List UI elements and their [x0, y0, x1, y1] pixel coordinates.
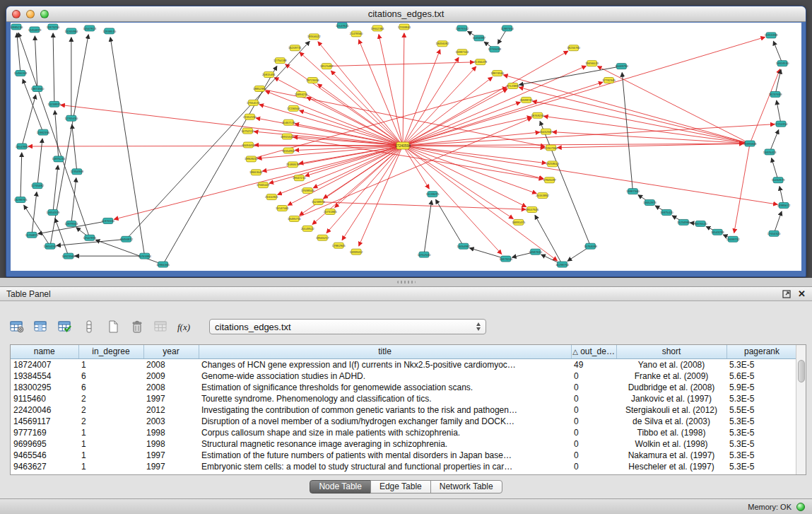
graph-node[interactable]: 12456879 [28, 27, 42, 33]
graph-node[interactable]: 18234760 [567, 45, 580, 51]
graph-node[interactable]: 16987324 [456, 49, 469, 55]
graph-node[interactable]: 19908413 [245, 156, 258, 162]
column-header-name[interactable]: name [11, 345, 78, 358]
table-row[interactable]: 1456911722003Disruption of a novel membe… [11, 416, 797, 427]
graph-node[interactable]: 12879563 [65, 221, 78, 226]
column-header-out_degree[interactable]: △ out_de… [571, 345, 616, 358]
graph-node[interactable]: 17782345 [602, 78, 616, 83]
graph-node[interactable]: 14237659 [769, 91, 782, 97]
graph-node[interactable]: 20731865 [324, 209, 337, 214]
graph-node[interactable]: 11982356 [37, 129, 50, 135]
graph-node[interactable]: 16824530 [776, 61, 789, 66]
graph-node[interactable]: 17065427 [257, 182, 270, 188]
function-builder-icon[interactable]: f(x) [175, 317, 195, 336]
graph-node[interactable]: 11456208 [14, 71, 28, 76]
window-titlebar[interactable]: citations_edges.txt [6, 6, 806, 22]
graph-node[interactable]: 11987654 [501, 25, 514, 31]
graph-node[interactable]: 15995848 [743, 141, 757, 146]
graph-node[interactable]: 15873246 [499, 256, 512, 262]
graph-node[interactable]: 11876530 [102, 218, 115, 223]
column-header-in_degree[interactable]: in_degree [78, 345, 143, 358]
graph-node[interactable]: 12765098 [488, 47, 501, 52]
new-column-icon[interactable] [103, 317, 123, 336]
graph-node[interactable]: 16432879 [772, 177, 785, 183]
graph-node[interactable]: 15876423 [763, 149, 777, 155]
graph-node[interactable]: 11765482 [31, 183, 45, 189]
graph-node[interactable]: 11873250 [47, 24, 60, 30]
graph-node[interactable]: 17882905 [332, 243, 346, 248]
graph-node[interactable]: 10654329 [47, 209, 60, 215]
graph-node[interactable]: 16875420 [660, 209, 673, 215]
graph-node[interactable]: 12938570 [102, 28, 116, 34]
column-header-year[interactable]: year [143, 345, 199, 358]
graph-node[interactable]: 21610921 [265, 194, 278, 200]
graph-node[interactable]: 10547823 [83, 25, 97, 31]
tab-edge-table[interactable]: Edge Table [370, 480, 431, 493]
import-table-icon[interactable] [151, 317, 171, 336]
graph-node[interactable]: 20163852 [536, 193, 549, 199]
graph-node[interactable]: 15147441 [276, 206, 289, 211]
graph-node[interactable]: 19723056 [306, 78, 319, 83]
close-panel-button[interactable]: ✕ [798, 290, 806, 298]
network-canvas[interactable]: 1724059418304022162097311275418820815491… [11, 23, 801, 271]
table-row[interactable]: 911546021997Tourette syndrome. Phenomeno… [11, 393, 797, 404]
graph-node[interactable]: 18769230 [531, 112, 544, 118]
table-row[interactable]: 977716911998Corpus callosum shape and si… [11, 427, 797, 438]
graph-node[interactable]: 10985236 [11, 24, 23, 30]
graph-node[interactable]: 10456987 [473, 35, 486, 41]
graph-node[interactable]: 14876520 [694, 221, 707, 226]
graph-node[interactable]: 15764098 [584, 243, 597, 249]
graph-node[interactable]: 19347210 [293, 175, 306, 181]
graph-node[interactable]: 19258613 [546, 161, 559, 167]
graph-node[interactable]: 17698543 [301, 188, 314, 194]
graph-node[interactable]: 10923568 [62, 253, 76, 259]
float-panel-button[interactable] [782, 290, 791, 298]
graph-node[interactable]: 19456023 [585, 61, 599, 66]
graph-node[interactable]: 15894211 [295, 91, 308, 97]
graph-node[interactable]: 12765430 [65, 115, 78, 121]
graph-node[interactable]: 13456872 [119, 236, 133, 242]
graph-node[interactable]: 21084675 [286, 162, 300, 168]
table-row[interactable]: 1830029562008Estimation of significance … [11, 382, 797, 393]
graph-node[interactable]: 20598741 [519, 97, 533, 103]
graph-node[interactable]: 12354908 [71, 169, 84, 175]
graph-node[interactable]: 10238975 [48, 101, 61, 107]
minimize-button[interactable] [26, 10, 35, 18]
graph-node[interactable]: 13654209 [44, 243, 57, 249]
graph-node[interactable]: 18304022 [307, 34, 321, 40]
table-row[interactable]: 1872400712008Changes of HCN gene express… [11, 358, 797, 370]
graph-node[interactable]: 20467138 [282, 119, 295, 125]
graph-node[interactable]: 11234875 [25, 232, 39, 238]
graph-node[interactable]: 15987340 [626, 189, 640, 194]
graph-node[interactable]: 16432587 [539, 129, 553, 134]
graph-node[interactable]: 15915938 [765, 33, 778, 38]
graph-node[interactable]: 21552152 [243, 114, 257, 119]
graph-node[interactable]: 10765984 [138, 253, 151, 259]
apply-values-icon[interactable] [55, 317, 75, 336]
graph-node[interactable]: 20815491 [262, 72, 276, 78]
graph-node[interactable]: 17236504 [287, 105, 300, 111]
graph-node[interactable]: 14752112 [241, 128, 254, 134]
graph-node[interactable]: 16939412 [350, 249, 363, 255]
graph-node[interactable]: 17123895 [506, 83, 519, 89]
network-selector[interactable]: citations_edges.txt [209, 319, 486, 334]
graph-node[interactable]: 14587630 [529, 249, 542, 255]
split-divider[interactable] [0, 278, 812, 286]
graph-node[interactable]: 20149522 [301, 226, 314, 231]
table-row[interactable]: 946554611997Estimation of the future num… [11, 450, 797, 461]
row-height-icon[interactable] [79, 317, 99, 336]
graph-node[interactable]: 21907364 [544, 145, 558, 151]
graph-node[interactable]: 20094412 [242, 142, 255, 148]
graph-node[interactable]: 17359841 [398, 24, 411, 30]
table-scrollbar[interactable] [796, 345, 806, 474]
show-columns-icon[interactable] [31, 317, 51, 336]
graph-node[interactable]: 17554174 [247, 100, 260, 105]
graph-node[interactable]: 17210354 [775, 121, 788, 127]
graph-node[interactable]: 19565217 [316, 235, 329, 240]
graph-node[interactable]: 19874560 [490, 71, 504, 76]
graph-node[interactable]: 15138475 [426, 192, 440, 197]
zoom-button[interactable] [40, 10, 49, 18]
graph-node[interactable]: 15234986 [677, 219, 690, 225]
close-button[interactable] [12, 10, 20, 18]
graph-node[interactable]: 16054987 [457, 243, 471, 249]
